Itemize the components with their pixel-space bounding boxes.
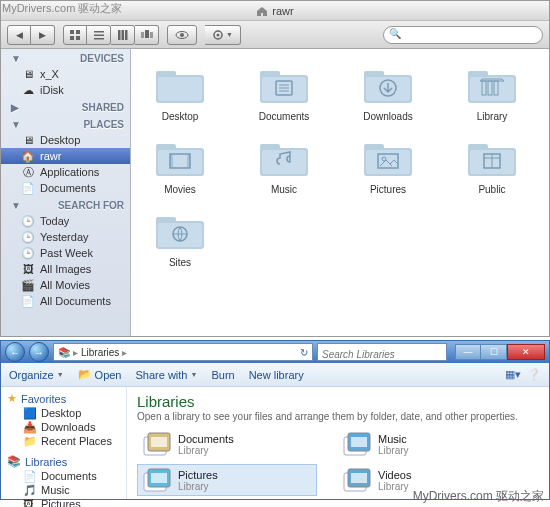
sidebar-libraries-header[interactable]: 📚Libraries bbox=[1, 454, 126, 469]
forward-button[interactable]: → bbox=[29, 342, 49, 362]
svg-point-16 bbox=[217, 33, 220, 36]
back-button[interactable]: ◀ bbox=[7, 25, 31, 45]
folder-desktop[interactable]: Desktop bbox=[141, 63, 219, 122]
content-title: Libraries bbox=[137, 393, 539, 410]
maximize-button[interactable]: ☐ bbox=[481, 344, 507, 360]
burn-button[interactable]: Burn bbox=[211, 369, 234, 381]
svg-point-14 bbox=[180, 33, 184, 37]
folder-public[interactable]: Public bbox=[453, 136, 531, 195]
address-bar[interactable]: 📚 ▸ Libraries ▸ ↻ bbox=[53, 343, 313, 361]
sidebar-item-idisk[interactable]: ☁iDisk bbox=[1, 82, 130, 98]
library-name: Videos bbox=[378, 469, 411, 481]
svg-rect-41 bbox=[170, 154, 173, 168]
sidebar-item-documents[interactable]: 📄Documents bbox=[1, 469, 126, 483]
sidebar-item-alldocuments[interactable]: 📄All Documents bbox=[1, 293, 130, 309]
apps-icon: Ⓐ bbox=[21, 166, 35, 178]
folder-movies[interactable]: Movies bbox=[141, 136, 219, 195]
library-name: Pictures bbox=[178, 469, 218, 481]
home-icon: 🏠 bbox=[21, 150, 35, 162]
action-button[interactable]: ▼ bbox=[205, 25, 241, 45]
list-view-button[interactable] bbox=[87, 25, 111, 45]
chevron-down-icon: ▼ bbox=[57, 371, 64, 378]
share-button[interactable]: Share with▼ bbox=[136, 369, 198, 381]
sidebar-item-applications[interactable]: ⒶApplications bbox=[1, 164, 130, 180]
folder-library[interactable]: Library bbox=[453, 63, 531, 122]
idisk-icon: ☁ bbox=[21, 84, 35, 96]
svg-rect-12 bbox=[150, 32, 153, 38]
sidebar-shared-header[interactable]: ▶ SHARED bbox=[1, 98, 130, 115]
folder-label: Pictures bbox=[370, 184, 406, 195]
sidebar-devices-header[interactable]: ▼ DEVICES bbox=[1, 49, 130, 66]
folder-sites[interactable]: Sites bbox=[141, 209, 219, 268]
breadcrumb-label: Libraries bbox=[81, 347, 119, 358]
svg-rect-2 bbox=[70, 36, 74, 40]
breadcrumb-sep-icon: ▸ bbox=[122, 347, 127, 358]
folder-music[interactable]: Music bbox=[245, 136, 323, 195]
list-icon bbox=[94, 30, 104, 40]
open-button[interactable]: 📂Open bbox=[78, 368, 122, 381]
watermark-bottom-right: MyDrivers.com 驱动之家 bbox=[413, 488, 544, 505]
view-buttons bbox=[63, 25, 159, 45]
folder-label: Library bbox=[477, 111, 508, 122]
columns-icon bbox=[118, 30, 128, 40]
sidebar-item-music[interactable]: 🎵Music bbox=[1, 483, 126, 497]
sidebar-item-documents[interactable]: 📄Documents bbox=[1, 180, 130, 196]
explorer-search-input[interactable] bbox=[318, 347, 446, 363]
sidebar-item-desktop[interactable]: 🖥Desktop bbox=[1, 132, 130, 148]
coverflow-view-button[interactable] bbox=[135, 25, 159, 45]
sidebar-item-allimages[interactable]: 🖼All Images bbox=[1, 261, 130, 277]
sidebar-item-imac[interactable]: 🖥x_X bbox=[1, 66, 130, 82]
icon-view-button[interactable] bbox=[63, 25, 87, 45]
back-button[interactable]: ← bbox=[5, 342, 25, 362]
folder-label: Downloads bbox=[363, 111, 412, 122]
finder-content[interactable]: DesktopDocumentsDownloadsLibraryMoviesMu… bbox=[131, 49, 549, 336]
folder-label: Desktop bbox=[162, 111, 199, 122]
documents-icon: 📄 bbox=[21, 182, 35, 194]
folder-icon bbox=[152, 209, 208, 253]
sidebar-item-desktop[interactable]: 🟦Desktop bbox=[1, 406, 126, 420]
sidebar-places-header[interactable]: ▼ PLACES bbox=[1, 115, 130, 132]
folder-icon bbox=[464, 63, 520, 107]
eye-icon bbox=[175, 31, 189, 39]
library-name: Documents bbox=[178, 433, 234, 445]
explorer-content: Libraries Open a library to see your fil… bbox=[127, 387, 549, 499]
sidebar-item-recent[interactable]: 📁Recent Places bbox=[1, 434, 126, 448]
library-pictures[interactable]: PicturesLibrary bbox=[137, 464, 317, 496]
folder-downloads[interactable]: Downloads bbox=[349, 63, 427, 122]
help-button[interactable]: ❔ bbox=[527, 368, 541, 381]
library-music[interactable]: MusicLibrary bbox=[337, 428, 517, 460]
sidebar-item-pictures[interactable]: 🖼Pictures bbox=[1, 497, 126, 507]
forward-button[interactable]: ▶ bbox=[31, 25, 55, 45]
folder-icon bbox=[152, 63, 208, 107]
svg-rect-5 bbox=[94, 34, 104, 36]
explorer-titlebar[interactable]: ← → 📚 ▸ Libraries ▸ ↻ — ☐ ✕ bbox=[1, 341, 549, 363]
library-documents[interactable]: DocumentsLibrary bbox=[137, 428, 317, 460]
svg-rect-64 bbox=[351, 437, 367, 447]
nav-buttons: ◀ ▶ bbox=[7, 25, 55, 45]
close-button[interactable]: ✕ bbox=[507, 344, 545, 360]
folder-pictures[interactable]: Pictures bbox=[349, 136, 427, 195]
sidebar-item-pastweek[interactable]: 🕒Past Week bbox=[1, 245, 130, 261]
documents-icon: 📄 bbox=[23, 470, 37, 482]
sidebar-item-yesterday[interactable]: 🕒Yesterday bbox=[1, 229, 130, 245]
sidebar-item-allmovies[interactable]: 🎬All Movies bbox=[1, 277, 130, 293]
finder-search-input[interactable] bbox=[383, 26, 543, 44]
sidebar-item-downloads[interactable]: 📥Downloads bbox=[1, 420, 126, 434]
quicklook-button[interactable] bbox=[167, 25, 197, 45]
refresh-icon[interactable]: ↻ bbox=[300, 347, 308, 358]
finder-search: 🔍 bbox=[383, 25, 543, 45]
folder-icon bbox=[256, 136, 312, 180]
view-mode-button[interactable]: ▦▾ bbox=[505, 368, 521, 381]
sidebar-item-home[interactable]: 🏠rawr bbox=[1, 148, 130, 164]
sidebar-item-today[interactable]: 🕒Today bbox=[1, 213, 130, 229]
organize-button[interactable]: Organize▼ bbox=[9, 369, 64, 381]
imac-icon: 🖥 bbox=[21, 68, 35, 80]
minimize-button[interactable]: — bbox=[455, 344, 481, 360]
new-library-button[interactable]: New library bbox=[249, 369, 304, 381]
folder-documents[interactable]: Documents bbox=[245, 63, 323, 122]
folder-icon bbox=[464, 136, 520, 180]
image-icon: 🖼 bbox=[21, 263, 35, 275]
column-view-button[interactable] bbox=[111, 25, 135, 45]
sidebar-searchfor-header[interactable]: ▼ SEARCH FOR bbox=[1, 196, 130, 213]
sidebar-favorites-header[interactable]: ★Favorites bbox=[1, 391, 126, 406]
